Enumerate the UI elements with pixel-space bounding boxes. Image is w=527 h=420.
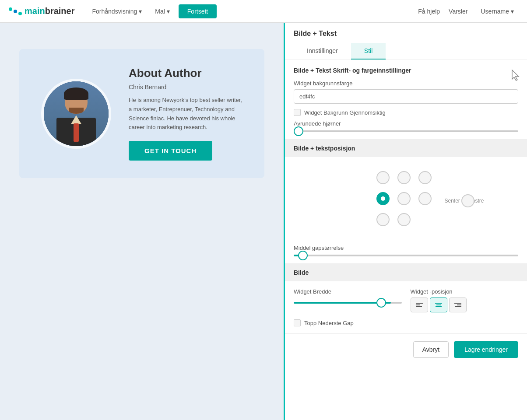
nav-mal[interactable]: Mal ▾	[151, 8, 174, 15]
topp-nederste-checkbox[interactable]	[294, 319, 301, 326]
position-section: Senter til venstre Middel gapstørrelse	[285, 157, 527, 264]
pos-radio-mid-right-inner[interactable]	[461, 194, 474, 207]
widget-posisjon-label: Widget -posisjon	[411, 288, 519, 295]
username-label: Username	[481, 8, 509, 15]
widget-bredde-label: Widget Bredde	[294, 288, 402, 295]
panel-footer: Avbryt Lagre endringer	[285, 334, 527, 365]
panel-header: Bilde + Tekst Innstillinger Stil	[285, 23, 527, 60]
panel-tabs: Innstillinger Stil	[294, 43, 518, 60]
chevron-down-icon: ▾	[139, 8, 142, 15]
image-section: Widget Bredde Widget -posisjon	[285, 281, 527, 334]
pos-radio-top-right[interactable]	[418, 171, 432, 184]
avrundede-slider-row: Avrundede hjørner	[294, 120, 518, 132]
pos-radio-mid-center[interactable]	[397, 192, 411, 205]
topnav: mainbrainer Forhåndsvisning ▾ Mal ▾ Fort…	[0, 0, 527, 23]
position-title: Bilde + tekstposisjon	[294, 145, 518, 152]
about-card: About Author Chris Bernard He is among N…	[19, 49, 264, 178]
forhåndsvisning-label: Forhåndsvisning	[92, 8, 137, 15]
pos-radio-bot-center[interactable]	[376, 213, 390, 226]
logo-dot-2	[14, 10, 17, 13]
widget-bredde-col: Widget Bredde	[294, 288, 402, 304]
pos-radio-mid-right[interactable]	[461, 194, 474, 207]
avbryt-button[interactable]: Avbryt	[413, 341, 449, 358]
image-section-header: Bilde	[285, 264, 527, 281]
pos-radio-bot-right[interactable]	[397, 213, 411, 226]
widget-bg-transparent-row: Widget Bakgrunn Gjennomsiktig	[294, 109, 518, 116]
fortsett-button[interactable]: Fortsett	[179, 4, 217, 18]
wpos-right-button[interactable]	[449, 298, 467, 312]
widget-pos-buttons	[411, 298, 519, 312]
gap-label: Middel gapstørrelse	[294, 245, 518, 251]
pos-radio-mid-left[interactable]	[376, 192, 390, 205]
nav-forhåndsvisning[interactable]: Forhåndsvisning ▾	[88, 8, 147, 15]
logo: mainbrainer	[9, 6, 75, 16]
gap-thumb[interactable]	[298, 251, 308, 260]
position-grid-wrapper: Senter til venstre	[294, 164, 518, 238]
gap-slider-row: Middel gapstørrelse	[294, 245, 518, 256]
varsler-link[interactable]: Varsler	[449, 8, 467, 15]
get-in-touch-button[interactable]: GET IN TOUCH	[129, 141, 212, 161]
logo-brand: main	[25, 6, 45, 16]
logo-brainer: brainer	[45, 6, 75, 16]
widget-bg-label: Widget bakgrunnsfarge	[294, 80, 518, 87]
widget-bredde-track	[294, 302, 402, 304]
align-center-icon	[434, 301, 443, 308]
logo-dot-1	[9, 7, 12, 11]
widget-bredde-fill	[294, 302, 391, 304]
wpos-center-button[interactable]	[430, 298, 447, 312]
align-left-icon	[415, 301, 424, 308]
nav-right: Få hjelp Varsler Username ▾	[409, 8, 518, 15]
avatar-image	[44, 81, 109, 146]
wpos-left-button[interactable]	[411, 298, 428, 312]
gap-track	[294, 255, 518, 256]
widget-bredde-thumb[interactable]	[376, 298, 386, 308]
pos-radio-bot-left[interactable]	[418, 192, 432, 205]
avrundede-thumb[interactable]	[294, 126, 303, 136]
chevron-down-icon: ▾	[167, 8, 170, 15]
about-desc: He is among Newyork's top best seller wr…	[129, 96, 242, 132]
widget-posisjon-col: Widget -posisjon	[411, 288, 519, 312]
align-right-icon	[453, 301, 462, 308]
logo-text: mainbrainer	[25, 6, 75, 16]
tab-innstillinger[interactable]: Innstillinger	[294, 43, 351, 60]
lagre-button[interactable]: Lagre endringer	[454, 341, 518, 358]
font-color-section: Bilde + Tekst Skrift- og fargeinnstillin…	[285, 60, 527, 140]
chevron-down-icon: ▾	[511, 8, 514, 15]
username-dropdown[interactable]: Username ▾	[476, 8, 518, 15]
pos-radio-top-center[interactable]	[397, 171, 411, 184]
pos-radio-top-left[interactable]	[376, 171, 390, 184]
panel-title: Bilde + Tekst	[294, 30, 518, 38]
about-content: About Author Chris Bernard He is among N…	[129, 66, 242, 161]
fa-hjelp-link[interactable]: Få hjelp	[418, 8, 440, 15]
font-color-title: Bilde + Tekst Skrift- og fargeinnstillin…	[294, 67, 518, 74]
avrundede-track	[294, 130, 518, 132]
settings-body: Bilde + Tekst Skrift- og fargeinnstillin…	[285, 60, 527, 365]
widget-bg-transparent-checkbox[interactable]	[294, 109, 301, 116]
avatar-ring-inner	[44, 81, 109, 146]
position-section-header: Bilde + tekstposisjon	[285, 140, 527, 157]
topp-nederste-label: Topp Nederste Gap	[304, 320, 354, 326]
logo-dots	[9, 7, 22, 15]
widget-bg-transparent-label: Widget Bakgrunn Gjennomsiktig	[304, 109, 386, 116]
preview-panel: About Author Chris Bernard He is among N…	[0, 23, 284, 420]
main-layout: About Author Chris Bernard He is among N…	[0, 23, 527, 420]
tab-stil[interactable]: Stil	[351, 43, 386, 60]
mal-label: Mal	[155, 8, 165, 15]
widget-bg-input[interactable]	[294, 89, 518, 104]
about-title: About Author	[129, 66, 242, 80]
about-name: Chris Bernard	[129, 84, 242, 91]
logo-dot-3	[18, 12, 22, 15]
avrundede-label: Avrundede hjørner	[294, 120, 518, 127]
image-two-col: Widget Bredde Widget -posisjon	[294, 288, 518, 312]
position-grid: Senter til venstre	[376, 171, 436, 231]
avatar-wrapper	[41, 79, 111, 149]
settings-panel: Bilde + Tekst Innstillinger Stil Bilde +…	[284, 23, 527, 420]
topp-nederste-row: Topp Nederste Gap	[294, 319, 518, 326]
image-title: Bilde	[294, 269, 518, 276]
